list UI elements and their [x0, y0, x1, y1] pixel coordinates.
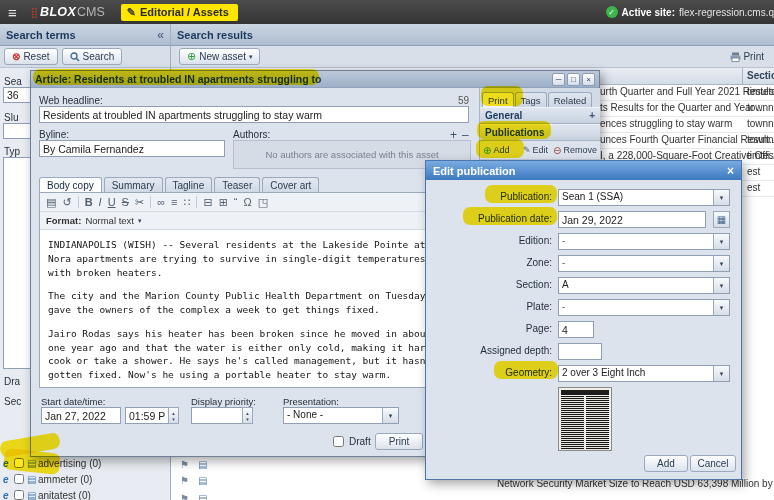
bold-icon[interactable]: B: [85, 197, 93, 208]
blox-logo-dots-icon: ⣿: [31, 7, 38, 18]
chevron-down-icon: ▾: [382, 408, 398, 423]
search-button[interactable]: Search: [62, 48, 123, 65]
draft-checkbox-label: Draft: [349, 436, 371, 447]
print-results-button[interactable]: Print: [730, 51, 764, 62]
new-asset-button[interactable]: ⊕ New asset ▾: [179, 48, 260, 65]
chevron-down-icon[interactable]: ▾: [138, 217, 142, 225]
page-input[interactable]: [558, 321, 594, 338]
publication-date-input[interactable]: [558, 211, 706, 228]
hr-icon[interactable]: ⊟: [203, 197, 212, 208]
draft-checkbox[interactable]: [333, 436, 344, 447]
priority-stepper[interactable]: ▴ ▾: [242, 407, 253, 424]
edition-select[interactable]: - ▾: [558, 233, 730, 250]
align-icon[interactable]: ≡: [171, 197, 177, 208]
blox-logo[interactable]: ⣿ BLOX CMS: [31, 5, 105, 19]
time-stepper[interactable]: ▴ ▾: [168, 407, 179, 424]
blox-cms-app: ≡ ⣿ BLOX CMS ✎ Editorial / Assets ✓ Acti…: [0, 0, 774, 500]
section-checkbox[interactable]: [14, 458, 24, 468]
remove-publication-button[interactable]: ⊖ Remove: [553, 145, 597, 156]
presentation-select[interactable]: - None - ▾: [283, 407, 399, 424]
section-tree-item[interactable]: e ▤ anitatest (0): [0, 489, 170, 500]
strikethrough-icon[interactable]: S: [122, 197, 129, 208]
geometry-select[interactable]: 2 over 3 Eight Inch ▾: [558, 365, 730, 382]
web-headline-input[interactable]: [39, 106, 469, 123]
quote-icon[interactable]: “: [234, 197, 238, 208]
app-section-label: Editorial / Assets: [140, 6, 229, 18]
fullscreen-icon[interactable]: ◳: [258, 197, 268, 208]
section-value: A: [559, 278, 713, 293]
section-select[interactable]: A ▾: [558, 277, 730, 294]
accordion-publications[interactable]: Publications: [480, 124, 600, 141]
italic-icon[interactable]: I: [99, 197, 102, 208]
menu-icon[interactable]: ≡: [8, 4, 17, 21]
asset-type-icon: ▤: [198, 493, 207, 500]
zone-select[interactable]: - ▾: [558, 255, 730, 272]
section-checkbox[interactable]: [14, 490, 24, 500]
close-icon[interactable]: ×: [727, 164, 734, 178]
section-tree-item[interactable]: e ▤ ammeter (0): [0, 473, 170, 488]
byline-input[interactable]: [39, 140, 225, 157]
section-tree-item[interactable]: e ▤ advertising (0): [0, 457, 170, 472]
omega-icon[interactable]: Ω: [244, 197, 252, 208]
undo-icon[interactable]: ↺: [62, 197, 71, 208]
add-publication-button[interactable]: ⊕ Add: [483, 145, 509, 156]
format-value[interactable]: Normal text: [85, 215, 134, 226]
stepper-down-icon[interactable]: ▾: [172, 416, 175, 422]
expand-icon[interactable]: +: [589, 110, 595, 121]
body-copy-textarea[interactable]: INDIANAPOLIS (WISH) -- Several residents…: [40, 230, 457, 387]
edit-publication-button[interactable]: ✎ Edit: [523, 145, 548, 155]
section-checkbox[interactable]: [14, 474, 24, 484]
e-edition-icon: e: [3, 474, 9, 485]
cancel-button[interactable]: Cancel: [690, 455, 736, 472]
maximize-icon[interactable]: □: [567, 73, 580, 86]
slug-field-label: Slu: [4, 112, 18, 123]
plate-label: Plate:: [426, 301, 552, 312]
plus-circle-icon: ⊕: [483, 145, 491, 156]
list-icon[interactable]: ∷: [183, 197, 190, 208]
presentation-value: - None -: [284, 408, 382, 423]
link-icon[interactable]: ∞: [157, 197, 165, 208]
underline-icon[interactable]: U: [108, 197, 116, 208]
section-label: Section:: [426, 279, 552, 290]
publication-date-label: Publication date:: [426, 213, 552, 224]
active-check-icon: ✓: [606, 6, 618, 18]
active-site[interactable]: ✓ Active site: flex-regression.cms.q: [606, 6, 774, 18]
result-row[interactable]: ⚑ ▤: [171, 491, 774, 500]
add-button[interactable]: Add: [644, 455, 688, 472]
search-terms-toolbar: ⊗ Reset Search: [0, 46, 170, 68]
e-edition-icon: e: [3, 458, 9, 469]
article-window-titlebar[interactable]: Article: Residents at troubled IN apartm…: [31, 71, 599, 88]
publication-select[interactable]: Sean 1 (SSA) ▾: [558, 189, 730, 206]
print-tab-button[interactable]: Print: [375, 433, 423, 450]
cut-icon[interactable]: ✂: [135, 197, 144, 208]
accordion-general[interactable]: General +: [480, 107, 600, 124]
cancel-button-label: Cancel: [697, 458, 728, 469]
printer-icon: [730, 52, 741, 62]
web-headline-label: Web headline:: [39, 95, 103, 106]
result-section: townne: [747, 134, 774, 145]
app-section-editorial-assets[interactable]: ✎ Editorial / Assets: [121, 4, 238, 21]
close-icon[interactable]: ×: [582, 73, 595, 86]
start-date-input[interactable]: [41, 407, 121, 424]
minimize-icon[interactable]: ─: [552, 73, 565, 86]
edit-publication-titlebar[interactable]: Edit publication ×: [426, 161, 741, 180]
display-priority-input[interactable]: [191, 407, 243, 424]
paste-icon[interactable]: ▤: [46, 197, 56, 208]
asset-type-icon: ▤: [198, 459, 207, 470]
collapse-panel-icon[interactable]: «: [157, 28, 164, 42]
result-section: est: [747, 182, 760, 193]
chevron-down-icon: ▾: [713, 278, 729, 293]
assigned-depth-input[interactable]: [558, 343, 602, 360]
stepper-down-icon[interactable]: ▾: [246, 416, 249, 422]
publication-label: Publication:: [426, 191, 552, 202]
editor-toolbar: ▤ ↺ B I U S ✂ ∞ ≡ ∷ ⊟ ⊞ “ Ω ◳: [40, 193, 470, 212]
geometry-label: Geometry:: [426, 367, 552, 378]
calendar-icon[interactable]: ▦: [713, 211, 730, 228]
reset-button[interactable]: ⊗ Reset: [4, 48, 58, 65]
body-paragraph: The city and the Marion County Public He…: [48, 289, 451, 317]
section-column-header[interactable]: Section: [747, 70, 774, 81]
table-icon[interactable]: ⊞: [219, 197, 228, 208]
plate-select[interactable]: - ▾: [558, 299, 730, 316]
article-window-title: Article: Residents at troubled IN apartm…: [35, 73, 321, 85]
zone-value: -: [559, 256, 713, 271]
